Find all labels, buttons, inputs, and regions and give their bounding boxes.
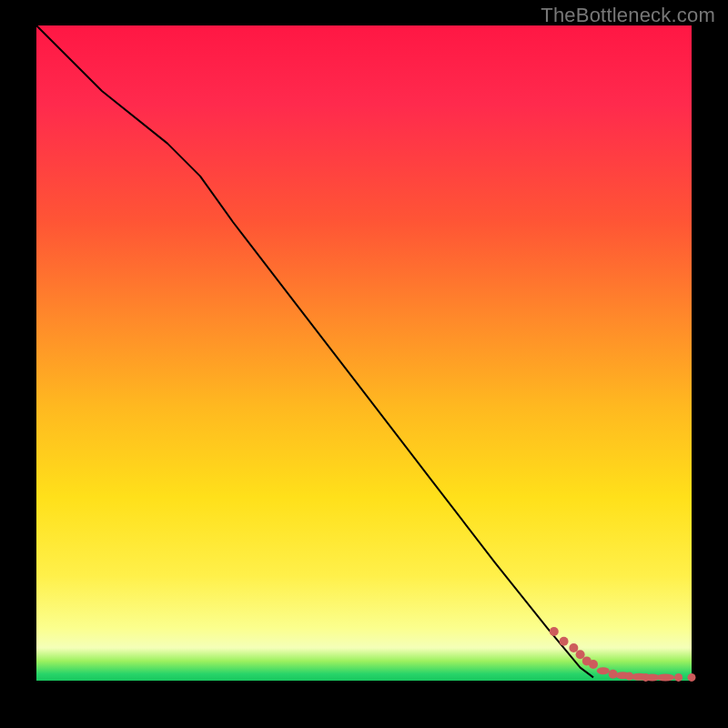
datapoint bbox=[589, 660, 598, 669]
chart-frame: TheBottleneck.com bbox=[0, 0, 728, 728]
datapoint bbox=[569, 643, 578, 652]
bottleneck-curve bbox=[36, 25, 593, 677]
datapoint bbox=[550, 627, 559, 636]
datapoint bbox=[674, 673, 682, 682]
datapoint bbox=[597, 667, 610, 674]
watermark-label: TheBottleneck.com bbox=[541, 4, 715, 27]
datapoint bbox=[688, 673, 696, 682]
datapoint bbox=[576, 650, 585, 659]
datapoint bbox=[560, 637, 569, 646]
plot-gradient-area bbox=[36, 25, 692, 681]
plot-svg bbox=[36, 25, 692, 681]
datapoint bbox=[656, 673, 674, 681]
